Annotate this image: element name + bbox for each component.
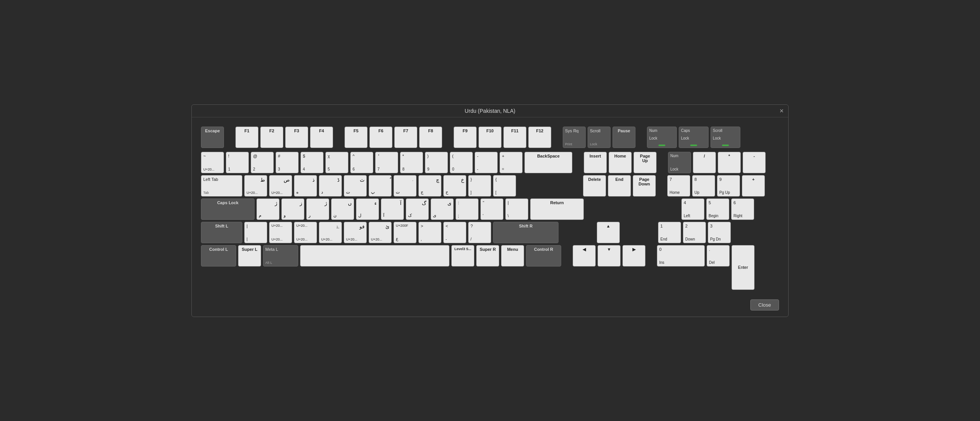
f2-key[interactable]: F2	[260, 127, 283, 148]
alt-left-key[interactable]: Meta L Alt L	[263, 245, 298, 267]
r-key[interactable]: ڈ د	[319, 175, 342, 197]
comma-key[interactable]: < -	[443, 222, 466, 243]
bracket-open-key[interactable]: { [	[493, 175, 516, 197]
numpad-9-key[interactable]: 9 Pg Up	[717, 175, 740, 197]
shift-right-key[interactable]: Shift R	[493, 222, 559, 243]
capslock-indicator-key[interactable]: Caps Lock	[679, 127, 709, 148]
4-key[interactable]: $ 4	[301, 152, 323, 173]
1-key[interactable]: ! 1	[226, 152, 249, 173]
i-key[interactable]: چ ج	[418, 175, 441, 197]
numpad-2-key[interactable]: 2 Down	[683, 222, 706, 243]
capslock-key[interactable]: Caps Lock	[201, 198, 255, 220]
w-key[interactable]: ص U+20...	[269, 175, 292, 197]
tilde-key[interactable]: ~ U+20...	[201, 152, 224, 173]
j-key[interactable]: گ ک	[406, 198, 429, 220]
left-arrow-key[interactable]: ◀	[573, 245, 596, 267]
f-key[interactable]: ں ن	[331, 198, 354, 220]
u-key[interactable]: ۔ ت	[394, 175, 416, 197]
l-key[interactable]: : ;	[456, 198, 479, 220]
numpad-enter-key[interactable]: Enter	[732, 245, 755, 290]
pause-key[interactable]: Pause	[612, 127, 635, 148]
home-key[interactable]: Home	[609, 152, 632, 173]
f1-key[interactable]: F1	[235, 127, 258, 148]
super-right-key[interactable]: Super R	[476, 245, 499, 267]
p-key[interactable]: } ]	[468, 175, 491, 197]
numpad-6-key[interactable]: 6 Right	[731, 198, 754, 220]
scrolllock-key[interactable]: Scroll Lock	[588, 127, 611, 148]
f10-key[interactable]: F10	[479, 127, 501, 148]
numlock-indicator-key[interactable]: Num Lock	[647, 127, 677, 148]
k-key[interactable]: ی ی	[431, 198, 454, 220]
pageup-key[interactable]: Page Up	[634, 152, 657, 173]
close-title-button[interactable]: ×	[779, 107, 784, 115]
super-left-key[interactable]: Super L	[238, 245, 261, 267]
pipe2-key[interactable]: | |	[244, 222, 267, 243]
numpad-asterisk-key[interactable]: *	[718, 152, 741, 173]
space-key[interactable]	[300, 245, 449, 267]
2-key[interactable]: @ 2	[251, 152, 274, 173]
backspace-key[interactable]: BackSpace	[524, 152, 572, 173]
ctrl-left-key[interactable]: Control L	[201, 245, 236, 267]
h-key[interactable]: آ آ	[381, 198, 404, 220]
numpad-7-key[interactable]: 7 Home	[667, 175, 690, 197]
pagedown-key[interactable]: Page Down	[633, 175, 656, 197]
delete-key[interactable]: Delete	[583, 175, 606, 197]
equals-key[interactable]: + =	[500, 152, 523, 173]
c-key[interactable]: ۓ U+20...	[319, 222, 342, 243]
shift-left-key[interactable]: Shift L	[201, 222, 242, 243]
semicolon-key[interactable]: " '	[480, 198, 503, 220]
up-arrow-key[interactable]: ▲	[597, 222, 620, 243]
scrolllock-indicator-key[interactable]: Scroll Lock	[710, 127, 740, 148]
s-key[interactable]: ز و	[281, 198, 304, 220]
b-key[interactable]: ئ U+20...	[369, 222, 392, 243]
f6-key[interactable]: F6	[369, 127, 392, 148]
numpad-3-key[interactable]: 3 Pg Dn	[708, 222, 731, 243]
down-arrow-key[interactable]: ▼	[598, 245, 621, 267]
t-key[interactable]: ث ت	[344, 175, 367, 197]
menu-key[interactable]: Menu	[501, 245, 524, 267]
n-key[interactable]: U+200F ع	[394, 222, 416, 243]
minus-key[interactable]: - -	[475, 152, 498, 173]
right-arrow-key[interactable]: ▶	[622, 245, 645, 267]
numpad-5-key[interactable]: 5 Begin	[706, 198, 729, 220]
numpad-period-key[interactable]: . Del	[707, 245, 730, 267]
escape-key[interactable]: Escape	[201, 127, 224, 148]
8-key[interactable]: * 8	[400, 152, 423, 173]
f9-key[interactable]: F9	[454, 127, 477, 148]
period-key[interactable]: ? /	[468, 222, 491, 243]
ctrl-right-key[interactable]: Control R	[526, 245, 561, 267]
numlock-key[interactable]: Num Lock	[668, 152, 691, 173]
0-key[interactable]: ( 0	[450, 152, 473, 173]
numpad-minus-key[interactable]: -	[743, 152, 766, 173]
insert-key[interactable]: Insert	[584, 152, 607, 173]
numpad-0-key[interactable]: 0 Ins	[657, 245, 705, 267]
f3-key[interactable]: F3	[285, 127, 308, 148]
y-key[interactable]: ٌ پ	[369, 175, 392, 197]
numpad-1-key[interactable]: 1 End	[658, 222, 681, 243]
9-key[interactable]: ) 9	[425, 152, 448, 173]
v-key[interactable]: فو U+20...	[344, 222, 367, 243]
numpad-8-key[interactable]: 8 Up	[692, 175, 715, 197]
close-bottom-button[interactable]: Close	[750, 299, 779, 310]
numpad-4-key[interactable]: 4 Left	[681, 198, 704, 220]
6-key[interactable]: ^ 6	[350, 152, 373, 173]
o-key[interactable]: خ ح	[443, 175, 466, 197]
m-key[interactable]: > ,	[418, 222, 441, 243]
level3-key[interactable]: Level3 S...	[451, 245, 474, 267]
end-key[interactable]: End	[608, 175, 631, 197]
e-key[interactable]: ذ ه	[294, 175, 317, 197]
f12-key[interactable]: F12	[528, 127, 551, 148]
sysrq-key[interactable]: Sys Rq Print	[563, 127, 586, 148]
f5-key[interactable]: F5	[345, 127, 368, 148]
g-key[interactable]: ء ل	[356, 198, 379, 220]
f7-key[interactable]: F7	[394, 127, 417, 148]
z-key[interactable]: U+20... U+20...	[269, 222, 292, 243]
7-key[interactable]: ٔ 7	[375, 152, 398, 173]
3-key[interactable]: # 3	[276, 152, 299, 173]
f4-key[interactable]: F4	[310, 127, 333, 148]
f8-key[interactable]: F8	[419, 127, 442, 148]
numpad-slash-key[interactable]: /	[693, 152, 716, 173]
pipe-key[interactable]: | \	[505, 198, 528, 220]
a-key[interactable]: ژ م	[256, 198, 279, 220]
tab-key[interactable]: Left Tab Tab	[201, 175, 242, 197]
